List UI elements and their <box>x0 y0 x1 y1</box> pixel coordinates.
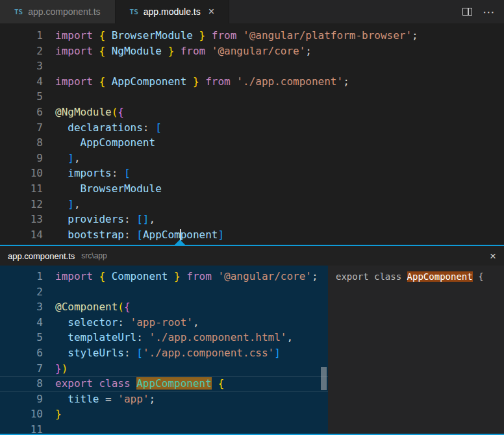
code-token: , <box>149 213 156 225</box>
code-token: { <box>99 75 111 88</box>
code-token: ponent <box>181 229 218 241</box>
code-token: AppCom <box>143 229 181 241</box>
code-token: NgModule <box>112 45 162 57</box>
code-line[interactable]: 4import { AppComponent } from './app.com… <box>0 74 504 90</box>
code-line[interactable]: 6@NgModule({ <box>0 105 504 120</box>
code-token: AppComponent <box>136 377 212 390</box>
peek-body: 1import { Component } from '@angular/cor… <box>0 266 504 434</box>
peek-close-icon[interactable]: × <box>490 251 496 262</box>
split-editor-icon[interactable] <box>462 8 472 16</box>
code-token: import <box>55 75 99 88</box>
peek-editor[interactable]: 1import { Component } from '@angular/cor… <box>0 266 328 434</box>
code-token: : <box>124 213 136 225</box>
code-token: : <box>124 347 136 359</box>
more-actions-icon[interactable]: ⋯ <box>483 6 495 18</box>
code-line[interactable]: 2 <box>0 284 328 300</box>
code-line[interactable]: 4 selector: 'app-root', <box>0 315 328 330</box>
line-number: 10 <box>0 406 43 422</box>
code-line[interactable]: 10} <box>0 406 328 422</box>
peek-path: src\app <box>81 251 107 260</box>
code-token: ; <box>305 45 312 57</box>
code-token: title <box>55 393 99 405</box>
tab-app-component-ts[interactable]: TS app.component.ts <box>0 0 116 23</box>
code-token: ; <box>343 75 349 88</box>
code-token: AppComponent <box>55 136 155 149</box>
code-line[interactable]: 10 imports: [ <box>0 166 504 181</box>
code-line[interactable]: 8 AppComponent <box>0 135 504 151</box>
peek-references-list: export class AppComponent { <box>328 266 504 434</box>
code-line[interactable]: 7 declarations: [ <box>0 120 504 136</box>
tab-app-module-ts[interactable]: TS app.module.ts × <box>116 0 230 23</box>
code-token: , <box>193 316 199 329</box>
line-number: 9 <box>0 151 43 166</box>
typescript-file-icon: TS <box>14 8 23 16</box>
code-token: imports <box>55 167 112 179</box>
code-token: bootstrap <box>55 229 124 241</box>
code-token <box>55 152 68 164</box>
line-number: 7 <box>0 361 43 377</box>
reference-text: { <box>473 271 484 282</box>
code-line[interactable]: 2import { NgModule } from '@angular/core… <box>0 44 504 59</box>
code-token: from <box>199 75 237 88</box>
peek-header: app.component.ts src\app × <box>0 246 504 266</box>
line-number: 6 <box>0 105 43 120</box>
tab-label: app.component.ts <box>28 6 100 17</box>
code-line[interactable]: 7}) <box>0 361 328 377</box>
line-number: 3 <box>0 58 43 74</box>
code-token: './app.component' <box>236 75 343 88</box>
code-token: ( <box>118 301 124 313</box>
code-token: import <box>55 270 99 282</box>
code-token: @NgModule <box>55 106 112 118</box>
code-token: : <box>124 229 136 241</box>
reference-text: AppComponent <box>407 271 473 282</box>
code-line[interactable]: 3 <box>0 58 504 74</box>
code-line[interactable]: 11 BrowserModule <box>0 181 504 197</box>
line-number: 9 <box>0 392 43 407</box>
code-line[interactable]: 13 providers: [], <box>0 212 504 227</box>
code-line[interactable]: 1import { Component } from '@angular/cor… <box>0 269 328 284</box>
code-line[interactable]: 6 styleUrls: ['./app.component.css'] <box>0 345 328 361</box>
vscode-window: TS app.component.ts TS app.module.ts × ⋯… <box>0 0 504 435</box>
code-token: ) <box>62 362 68 375</box>
code-token: { <box>99 45 111 57</box>
code-token: ; <box>412 29 418 42</box>
code-token: } <box>162 45 174 57</box>
line-number: 13 <box>0 212 43 227</box>
code-token: class <box>99 377 136 390</box>
reference-item[interactable]: export class AppComponent { <box>328 269 504 284</box>
code-token: ] <box>68 152 74 164</box>
code-line[interactable]: 12 ], <box>0 197 504 212</box>
code-token: { <box>99 270 111 282</box>
code-line[interactable]: 9 ], <box>0 151 504 166</box>
code-line[interactable]: 5 <box>0 89 504 105</box>
code-line[interactable]: 8export class AppComponent { <box>0 376 328 392</box>
editor-app-module[interactable]: 1import { BrowserModule } from '@angular… <box>0 23 504 245</box>
tab-bar: TS app.component.ts TS app.module.ts × ⋯ <box>0 0 504 23</box>
code-token: : <box>112 167 124 179</box>
code-token: './app.component.css' <box>143 347 274 359</box>
line-number: 4 <box>0 74 43 90</box>
code-token: from <box>181 270 218 282</box>
code-line[interactable]: 11 <box>0 422 328 434</box>
editor-actions: ⋯ <box>462 0 504 23</box>
line-number: 11 <box>0 422 43 434</box>
tab-bar-spacer <box>229 0 462 23</box>
code-token: '@angular/core' <box>212 45 306 57</box>
close-tab-icon[interactable]: × <box>208 6 214 17</box>
code-line[interactable]: 9 title = 'app'; <box>0 392 328 407</box>
line-number: 5 <box>0 89 43 105</box>
line-number: 2 <box>0 44 43 59</box>
code-token: Component <box>112 270 168 282</box>
code-line[interactable]: 3@Component({ <box>0 299 328 315</box>
code-line[interactable]: 14 bootstrap: [AppComponent] <box>0 227 504 243</box>
line-number: 4 <box>0 315 43 330</box>
peek-editor-scrollbar[interactable] <box>321 367 327 390</box>
code-line[interactable]: 1import { BrowserModule } from '@angular… <box>0 28 504 44</box>
peek-arrow-icon <box>175 240 185 245</box>
code-token: export <box>55 377 99 390</box>
line-number: 2 <box>0 284 43 300</box>
code-token: import <box>55 29 99 42</box>
code-line[interactable]: 5 templateUrl: './app.component.html', <box>0 330 328 345</box>
code-token: , <box>286 331 293 343</box>
line-number: 14 <box>0 227 43 243</box>
